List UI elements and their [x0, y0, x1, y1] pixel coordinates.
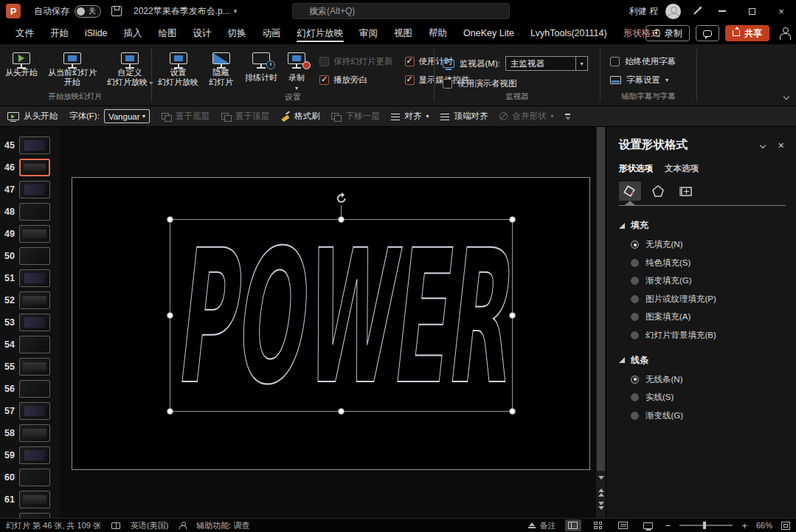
fill-option[interactable]: 图片或纹理填充(P): [631, 294, 789, 305]
next-slide-button[interactable]: [596, 500, 606, 511]
menu-tab[interactable]: 开始: [42, 22, 77, 44]
slide-thumbnail[interactable]: 58: [0, 422, 60, 444]
thumbnail-image[interactable]: [19, 181, 50, 198]
slide-thumbnail[interactable]: 62: [0, 511, 60, 518]
powerpoint-logo-icon[interactable]: P: [6, 4, 21, 18]
fit-to-window-icon[interactable]: [781, 522, 790, 530]
thumbnail-image[interactable]: [19, 137, 50, 154]
resize-handle[interactable]: [338, 408, 345, 415]
panel-close-icon[interactable]: ×: [778, 139, 784, 151]
line-section-header[interactable]: 线条: [619, 354, 789, 367]
font-combobox[interactable]: Vanguar ▾: [104, 109, 150, 123]
scroll-down-button[interactable]: [596, 472, 606, 483]
fill-option[interactable]: 幻灯片背景填充(B): [631, 330, 789, 341]
menu-tab[interactable]: 插入: [116, 22, 150, 44]
slide-thumbnail[interactable]: 59: [0, 444, 60, 466]
menu-tab[interactable]: 文件: [7, 22, 42, 44]
align-button[interactable]: 对齐 ▾: [391, 111, 429, 122]
scrollbar-thumb[interactable]: [597, 127, 605, 471]
rehearse-timings-button[interactable]: 排练计时: [240, 47, 283, 91]
slide-thumbnail[interactable]: 47: [0, 179, 60, 201]
send-backward-button[interactable]: 下移一层: [331, 111, 379, 122]
ribbon-checkbox[interactable]: 保持幻灯片更新: [319, 56, 393, 67]
panel-tab[interactable]: 文本选项: [665, 163, 699, 174]
menu-tab[interactable]: OneKey Lite: [455, 22, 522, 44]
menu-tab[interactable]: 绘图: [150, 22, 185, 44]
fill-line-tab-icon[interactable]: [619, 182, 641, 201]
slide-thumbnail[interactable]: 52: [0, 289, 60, 311]
pen-icon[interactable]: [693, 7, 701, 15]
slide-canvas[interactable]: POWER: [60, 127, 596, 518]
resize-handle[interactable]: [509, 408, 516, 415]
hide-slide-button[interactable]: 隐藏幻灯片: [204, 47, 238, 91]
merge-shapes-button[interactable]: 合并形状 ▾: [499, 111, 553, 122]
close-button[interactable]: ×: [766, 0, 796, 22]
thumbnail-image[interactable]: [19, 203, 50, 221]
resize-handle[interactable]: [509, 312, 516, 319]
align-top-button[interactable]: 顶端对齐: [440, 111, 488, 122]
menu-tab[interactable]: 审阅: [351, 22, 386, 44]
slide-thumbnail[interactable]: 53: [0, 311, 60, 334]
thumbnail-image[interactable]: [19, 380, 50, 398]
collapse-ribbon-button[interactable]: [784, 91, 789, 101]
document-title[interactable]: 2022苹果春季发布会.p... ▾: [134, 5, 237, 18]
fill-option[interactable]: 纯色填充(S): [631, 258, 789, 269]
ribbon-checkbox[interactable]: 播放旁白: [319, 75, 393, 86]
rotate-handle[interactable]: [335, 192, 348, 205]
slide-thumbnail[interactable]: 50: [0, 245, 60, 267]
thumbnail-image[interactable]: [19, 247, 50, 265]
menu-tab[interactable]: 视图: [386, 22, 421, 44]
search-input[interactable]: 搜索(Alt+Q): [292, 3, 510, 19]
thumbnail-image[interactable]: [19, 469, 50, 486]
menu-tab[interactable]: 动画: [255, 22, 289, 44]
resize-handle[interactable]: [167, 312, 173, 319]
fill-option[interactable]: 图案填充(A): [631, 311, 789, 322]
notes-button[interactable]: 备注: [528, 520, 556, 531]
resize-handle[interactable]: [167, 408, 173, 415]
line-option[interactable]: 渐变线(G): [631, 410, 789, 421]
language-label[interactable]: 英语(美国): [131, 520, 168, 531]
zoom-out-button[interactable]: −: [665, 520, 671, 531]
format-painter-button[interactable]: 格式刷: [281, 111, 320, 122]
setup-slideshow-button[interactable]: 设置幻灯片放映: [153, 47, 204, 91]
fill-option[interactable]: 渐变填充(G): [631, 275, 789, 286]
resize-handle[interactable]: [509, 216, 516, 223]
thumbnail-image[interactable]: [19, 491, 50, 508]
add-person-icon[interactable]: [778, 27, 792, 40]
thumbnail-image[interactable]: [19, 269, 50, 287]
from-current-slide-button[interactable]: 从当前幻灯片开始: [43, 47, 102, 90]
slide-thumbnail[interactable]: 49: [0, 223, 60, 245]
menu-tab[interactable]: 设计: [185, 22, 220, 44]
slide-thumbnail[interactable]: 51: [0, 267, 60, 289]
slide-thumbnail[interactable]: 48: [0, 201, 60, 223]
always-use-subtitles-checkbox[interactable]: 始终使用字幕: [610, 56, 676, 67]
slide-thumbnail[interactable]: 54: [0, 334, 60, 356]
thumbnail-image[interactable]: [19, 225, 50, 243]
line-option[interactable]: 实线(S): [631, 392, 789, 403]
slide-thumbnail[interactable]: 60: [0, 466, 60, 488]
selection-box[interactable]: [170, 219, 513, 412]
autosave-toggle[interactable]: 关: [75, 5, 101, 18]
menu-tab[interactable]: LvyhTools(201114): [522, 22, 615, 44]
thumbnail-image[interactable]: [19, 424, 50, 442]
save-icon[interactable]: [111, 6, 122, 16]
accessibility-label[interactable]: 辅助功能: 调查: [196, 520, 249, 531]
previous-slide-button[interactable]: [596, 487, 606, 497]
custom-slideshow-button[interactable]: 自定义幻灯片放映 ▾: [102, 47, 158, 90]
chevron-down-icon[interactable]: ▾: [575, 57, 587, 70]
panel-collapse-chevron-icon[interactable]: [760, 142, 766, 148]
thumbnail-image[interactable]: [19, 291, 50, 309]
zoom-level[interactable]: 66%: [756, 521, 772, 530]
presenter-view-checkbox[interactable]: 使用演示者视图: [443, 78, 588, 89]
zoom-slider-thumb[interactable]: [703, 522, 706, 529]
minimize-button[interactable]: [707, 0, 737, 22]
fill-option[interactable]: 无填充(N): [631, 239, 789, 250]
thumbnail-image[interactable]: [19, 358, 50, 376]
slide-thumbnail[interactable]: 55: [0, 356, 60, 378]
resize-handle[interactable]: [338, 216, 345, 223]
slide-thumbnail[interactable]: 46: [0, 156, 60, 179]
menu-tab[interactable]: 幻灯片放映: [289, 22, 352, 44]
menu-tab[interactable]: iSlide: [77, 22, 116, 44]
toolbar-overflow-button[interactable]: [565, 114, 570, 118]
zoom-slider[interactable]: [679, 525, 733, 526]
